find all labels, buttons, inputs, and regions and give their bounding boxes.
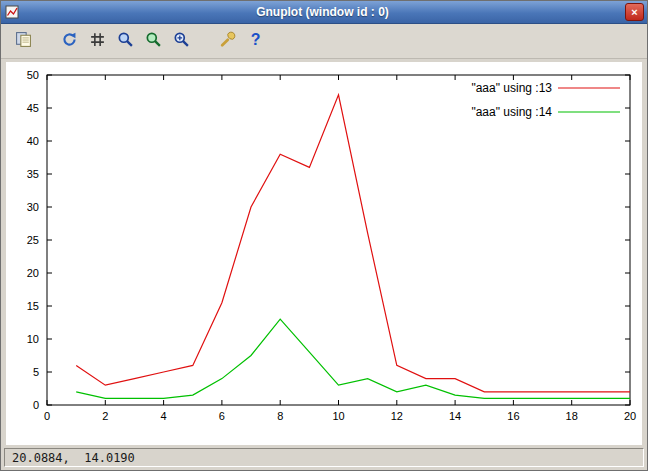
legend-label-0: "aaa" using :13 xyxy=(471,81,552,95)
close-icon: × xyxy=(631,7,637,18)
zoom-next-icon xyxy=(145,31,162,52)
copy-icon xyxy=(15,31,32,52)
x-tick-label: 20 xyxy=(624,410,636,422)
x-tick-label: 14 xyxy=(449,410,461,422)
canvas-area: 0246810121416182005101520253035404550"aa… xyxy=(1,59,647,446)
x-tick-label: 8 xyxy=(277,410,283,422)
autoscale-icon xyxy=(173,31,190,52)
copy-to-clipboard-button[interactable] xyxy=(9,27,37,55)
configure-button[interactable] xyxy=(213,27,241,55)
y-tick-label: 5 xyxy=(33,366,39,378)
toolbar: ? xyxy=(1,24,647,59)
y-tick-label: 40 xyxy=(27,135,39,147)
x-tick-label: 0 xyxy=(44,410,50,422)
series-line-0 xyxy=(76,95,630,392)
titlebar[interactable]: Gnuplot (window id : 0) × xyxy=(1,1,647,24)
window-icon xyxy=(4,4,20,20)
y-tick-label: 25 xyxy=(27,234,39,246)
series-line-1 xyxy=(76,319,630,398)
y-tick-label: 20 xyxy=(27,267,39,279)
grid-icon xyxy=(89,31,106,52)
coordinate-readout: 20.0884, 14.0190 xyxy=(4,448,644,467)
plot-svg[interactable]: 0246810121416182005101520253035404550"aa… xyxy=(6,62,642,445)
window-title: Gnuplot (window id : 0) xyxy=(20,5,625,19)
y-tick-label: 30 xyxy=(27,201,39,213)
y-tick-label: 45 xyxy=(27,102,39,114)
replot-icon xyxy=(61,31,78,52)
y-tick-label: 50 xyxy=(27,69,39,81)
x-tick-label: 18 xyxy=(566,410,578,422)
legend-label-1: "aaa" using :14 xyxy=(471,105,552,119)
x-tick-label: 12 xyxy=(391,410,403,422)
x-tick-label: 4 xyxy=(161,410,167,422)
zoom-previous-icon xyxy=(117,31,134,52)
svg-text:?: ? xyxy=(250,31,260,48)
plot-canvas[interactable]: 0246810121416182005101520253035404550"aa… xyxy=(6,62,642,445)
close-button[interactable]: × xyxy=(625,3,644,21)
y-tick-label: 35 xyxy=(27,168,39,180)
zoom-next-button[interactable] xyxy=(139,27,167,55)
zoom-previous-button[interactable] xyxy=(111,27,139,55)
x-tick-label: 10 xyxy=(332,410,344,422)
toggle-grid-button[interactable] xyxy=(83,27,111,55)
y-tick-label: 15 xyxy=(27,300,39,312)
status-bar: 20.0884, 14.0190 xyxy=(1,446,647,470)
x-tick-label: 2 xyxy=(102,410,108,422)
gnuplot-window: Gnuplot (window id : 0) × xyxy=(0,0,648,471)
help-button[interactable]: ? xyxy=(241,27,269,55)
replot-button[interactable] xyxy=(55,27,83,55)
x-tick-label: 6 xyxy=(219,410,225,422)
help-icon: ? xyxy=(247,31,264,52)
y-tick-label: 0 xyxy=(33,399,39,411)
plot-border xyxy=(47,75,630,405)
autoscale-button[interactable] xyxy=(167,27,195,55)
y-tick-label: 10 xyxy=(27,333,39,345)
x-tick-label: 16 xyxy=(507,410,519,422)
wrench-icon xyxy=(219,31,236,52)
